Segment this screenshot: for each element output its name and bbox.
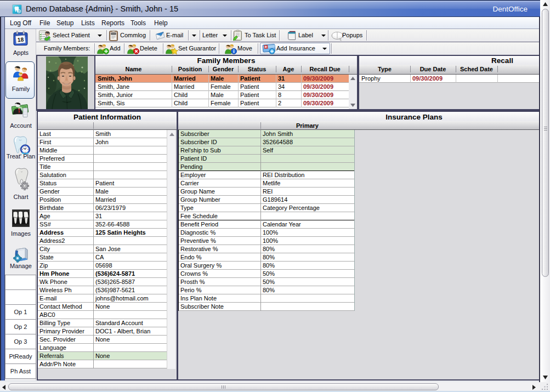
svg-text:18: 18 (17, 36, 24, 43)
